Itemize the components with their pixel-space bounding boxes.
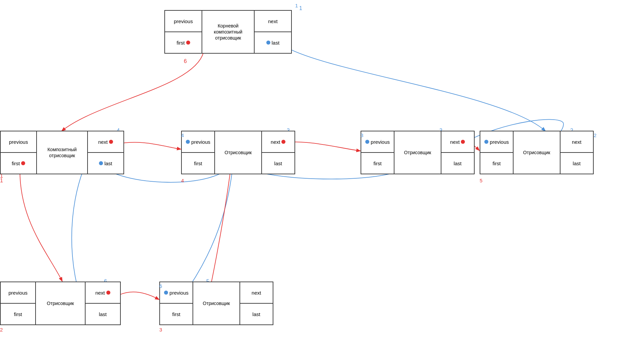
r2-next-dot <box>461 140 465 144</box>
r6-previous: previous <box>160 282 193 303</box>
svg-text:6: 6 <box>184 58 187 64</box>
r3-next: next <box>560 131 593 153</box>
r5-next-dot <box>106 291 110 295</box>
root-first-dot <box>186 41 190 45</box>
root-number-label: 1 <box>295 3 298 8</box>
root-previous: previous <box>165 10 202 32</box>
r6-title: Отрисовщик <box>193 282 239 325</box>
r2-first: first <box>361 153 394 174</box>
renderer2-node: previous Отрисовщик next first last <box>361 131 475 174</box>
composite-previous: previous <box>0 131 37 153</box>
composite-title: Композитныйотрисовщик <box>37 131 88 174</box>
r5-title: Отрисовщик <box>36 282 85 325</box>
composite-first: first <box>0 153 37 174</box>
renderer6-node: previous Отрисовщик next first last <box>159 282 273 325</box>
r6-number-top: 6 <box>159 283 162 289</box>
r3-last: last <box>560 153 593 174</box>
r2-number-top: 3 <box>361 132 363 138</box>
r3-prev-dot <box>484 140 488 144</box>
r4-previous: previous <box>181 131 215 153</box>
r5-first: first <box>0 303 36 325</box>
r3-previous: previous <box>480 131 513 153</box>
r6-last: last <box>240 303 273 325</box>
r3-number-top: 2 <box>594 132 596 138</box>
root-last-dot <box>266 41 270 45</box>
r4-title: Отрисовщик <box>215 131 261 174</box>
svg-text:1: 1 <box>299 5 302 11</box>
r5-previous: previous <box>0 282 36 303</box>
root-first: first <box>165 32 202 53</box>
r2-prev-dot <box>365 140 369 144</box>
root-last: last <box>254 32 291 53</box>
r4-next: next <box>262 131 295 153</box>
r5-last: last <box>85 303 120 325</box>
r3-number-bottom: 5 <box>480 178 482 183</box>
composite-last-dot <box>99 161 103 165</box>
r2-previous: previous <box>361 131 394 153</box>
renderer4-node: previous Отрисовщик next first last <box>181 131 295 174</box>
root-next: next <box>254 10 291 32</box>
r6-first: first <box>160 303 193 325</box>
r2-title: Отрисовщик <box>394 131 441 174</box>
r2-next: next <box>441 131 474 153</box>
root-title: Корневойкомпозитныйотрисовщик <box>202 10 254 53</box>
renderer5-node: previous Отрисовщик next first last <box>0 282 121 325</box>
r6-prev-dot <box>164 291 168 295</box>
r3-first: first <box>480 153 513 174</box>
composite-node: previous Композитныйотрисовщик next firs… <box>0 131 124 174</box>
composite-next: next <box>88 131 124 153</box>
composite-number-label: 1 <box>0 178 3 184</box>
composite-first-dot <box>21 161 25 165</box>
r3-title: Отрисовщик <box>513 131 560 174</box>
r4-last: last <box>262 153 295 174</box>
composite-next-dot <box>109 140 113 144</box>
r5-next: next <box>85 282 120 303</box>
r4-number-top: 4 <box>181 132 184 138</box>
r4-first: first <box>181 153 215 174</box>
root-node: previous Корневойкомпозитныйотрисовщик n… <box>164 10 292 54</box>
r4-next-dot <box>281 140 285 144</box>
r4-prev-dot <box>186 140 190 144</box>
r4-number-bottom: 4 <box>181 178 184 183</box>
renderer3-node: previous Отрисовщик next first last <box>480 131 594 174</box>
composite-last: last <box>88 153 124 174</box>
r6-next: next <box>240 282 273 303</box>
r5-number-bottom: 2 <box>0 327 3 332</box>
r2-last: last <box>441 153 474 174</box>
r6-number-bottom: 3 <box>159 327 162 332</box>
